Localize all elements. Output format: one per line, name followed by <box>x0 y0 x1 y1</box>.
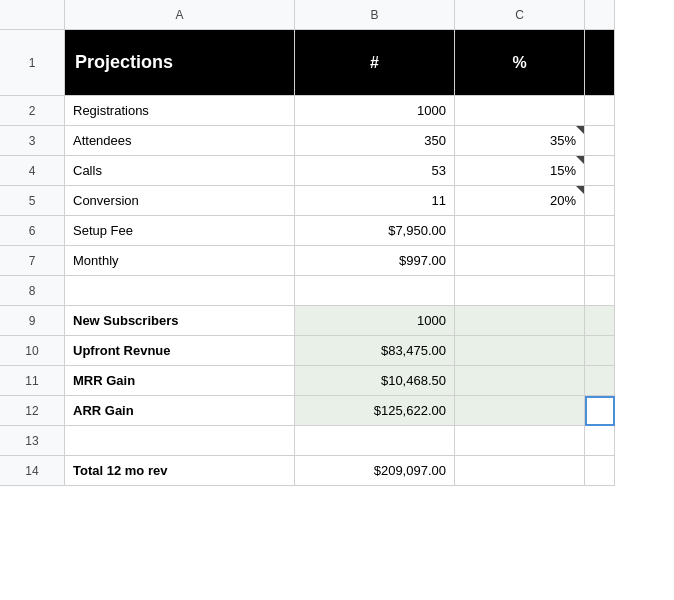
row-num-7: 7 <box>0 246 65 276</box>
row-num-10: 10 <box>0 336 65 366</box>
row-num-5: 5 <box>0 186 65 216</box>
cell-10-b[interactable]: $83,475.00 <box>295 336 455 366</box>
cell-7-extra <box>585 246 615 276</box>
cell-13-a[interactable] <box>65 426 295 456</box>
row-num-1: 1 <box>0 30 65 96</box>
row-num-2: 2 <box>0 96 65 126</box>
spreadsheet: A B C 1 Projections # % 2 Registrations … <box>0 0 674 600</box>
cell-13-c[interactable] <box>455 426 585 456</box>
cell-9-extra <box>585 306 615 336</box>
cell-2-extra <box>585 96 615 126</box>
cell-4-c[interactable]: 15% <box>455 156 585 186</box>
cell-7-a[interactable]: Monthly <box>65 246 295 276</box>
corner-indicator-3 <box>576 126 584 134</box>
col-header-extra <box>585 0 615 30</box>
cell-12-extra <box>585 396 615 426</box>
cell-3-b[interactable]: 350 <box>295 126 455 156</box>
cell-14-b[interactable]: $209,097.00 <box>295 456 455 486</box>
corner-indicator-5 <box>576 186 584 194</box>
cell-5-a[interactable]: Conversion <box>65 186 295 216</box>
col-header-b[interactable]: B <box>295 0 455 30</box>
row-num-8: 8 <box>0 276 65 306</box>
row-num-14: 14 <box>0 456 65 486</box>
grid: A B C 1 Projections # % 2 Registrations … <box>0 0 674 486</box>
cell-12-b[interactable]: $125,622.00 <box>295 396 455 426</box>
row-num-4: 4 <box>0 156 65 186</box>
cell-13-extra <box>585 426 615 456</box>
cell-4-b[interactable]: 53 <box>295 156 455 186</box>
cell-2-b[interactable]: 1000 <box>295 96 455 126</box>
cell-6-a[interactable]: Setup Fee <box>65 216 295 246</box>
cell-10-extra <box>585 336 615 366</box>
cell-9-b[interactable]: 1000 <box>295 306 455 336</box>
cell-13-b[interactable] <box>295 426 455 456</box>
cell-8-a[interactable] <box>65 276 295 306</box>
cell-7-b[interactable]: $997.00 <box>295 246 455 276</box>
row-num-6: 6 <box>0 216 65 246</box>
row-num-9: 9 <box>0 306 65 336</box>
cell-14-c[interactable] <box>455 456 585 486</box>
row-num-3: 3 <box>0 126 65 156</box>
cell-11-extra <box>585 366 615 396</box>
cell-1-a[interactable]: Projections <box>65 30 295 96</box>
cell-3-a[interactable]: Attendees <box>65 126 295 156</box>
cell-11-c[interactable] <box>455 366 585 396</box>
cell-2-a[interactable]: Registrations <box>65 96 295 126</box>
cell-4-a[interactable]: Calls <box>65 156 295 186</box>
cell-11-a[interactable]: MRR Gain <box>65 366 295 396</box>
row-num-13: 13 <box>0 426 65 456</box>
cell-1-b[interactable]: # <box>295 30 455 96</box>
cell-5-b[interactable]: 11 <box>295 186 455 216</box>
row-num-12: 12 <box>0 396 65 426</box>
cell-12-c[interactable] <box>455 396 585 426</box>
cell-9-c[interactable] <box>455 306 585 336</box>
cell-1-extra <box>585 30 615 96</box>
cell-4-extra <box>585 156 615 186</box>
cell-8-b[interactable] <box>295 276 455 306</box>
cell-11-b[interactable]: $10,468.50 <box>295 366 455 396</box>
cell-10-c[interactable] <box>455 336 585 366</box>
corner-indicator-4 <box>576 156 584 164</box>
cell-9-a[interactable]: New Subscribers <box>65 306 295 336</box>
col-header-c[interactable]: C <box>455 0 585 30</box>
cell-1-c[interactable]: % <box>455 30 585 96</box>
row-num-11: 11 <box>0 366 65 396</box>
cell-3-extra <box>585 126 615 156</box>
cell-5-c[interactable]: 20% <box>455 186 585 216</box>
cell-14-extra <box>585 456 615 486</box>
cell-6-b[interactable]: $7,950.00 <box>295 216 455 246</box>
col-header-a[interactable]: A <box>65 0 295 30</box>
cell-6-extra <box>585 216 615 246</box>
cell-8-extra <box>585 276 615 306</box>
cell-6-c[interactable] <box>455 216 585 246</box>
cell-8-c[interactable] <box>455 276 585 306</box>
cell-14-a[interactable]: Total 12 mo rev <box>65 456 295 486</box>
cell-2-c[interactable] <box>455 96 585 126</box>
cell-3-c[interactable]: 35% <box>455 126 585 156</box>
cell-10-a[interactable]: Upfront Revnue <box>65 336 295 366</box>
corner-cell <box>0 0 65 30</box>
cell-5-extra <box>585 186 615 216</box>
cell-12-a[interactable]: ARR Gain <box>65 396 295 426</box>
cell-7-c[interactable] <box>455 246 585 276</box>
